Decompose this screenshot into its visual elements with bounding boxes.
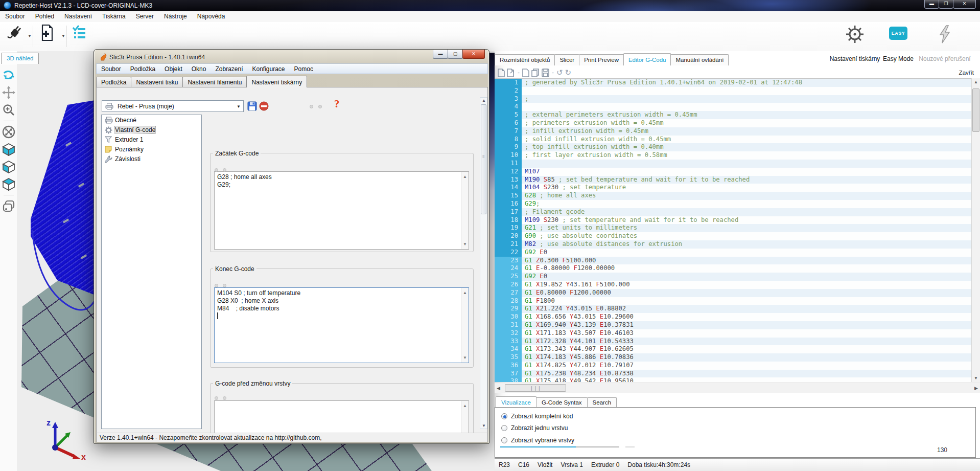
gcode-line[interactable]: 14M104 S230 ; set temperature <box>495 184 971 192</box>
upload-dropdown[interactable]: ▼ <box>61 34 65 38</box>
save-file-icon[interactable] <box>542 69 549 77</box>
radio-circle[interactable] <box>501 425 507 431</box>
page-icon[interactable] <box>522 69 529 77</box>
gcode-line[interactable]: 8; solid infill extrusion width = 0.45mm <box>495 136 971 144</box>
tree-item[interactable]: Poznámky <box>102 145 201 154</box>
tree-item[interactable]: Obecné <box>102 116 201 125</box>
gcode-line[interactable]: 27G1 E0.80000 F1200.00000 <box>495 289 971 297</box>
gcode-line[interactable]: 7; infill extrusion width = 0.45mm <box>495 127 971 136</box>
dialog-menu-objekt[interactable]: Objekt <box>160 64 187 73</box>
gcode-line[interactable]: 28G1 F1800 <box>495 297 971 305</box>
gcode-line[interactable]: 13M190 S85 ; set bed temperature and wai… <box>495 176 971 184</box>
dialog-minimize-button[interactable]: ▬ <box>433 50 448 59</box>
gcode-line[interactable]: 15G28 ; home all axes <box>495 192 971 200</box>
gcode-line[interactable]: 10; first layer extrusion width = 0.58mm <box>495 151 971 160</box>
dialog-tab[interactable]: Nastavení filamentu <box>182 77 247 87</box>
connect-dropdown[interactable]: ▼ <box>28 34 32 38</box>
menu-tiskárna[interactable]: Tiskárna <box>97 11 131 21</box>
gcode-line[interactable]: 25G92 E0 <box>495 273 971 281</box>
gcode-line[interactable]: 16G29; <box>495 200 971 208</box>
right-tab[interactable]: Manuální ovládání <box>670 54 729 65</box>
menu-nápověda[interactable]: Nápověda <box>192 11 230 21</box>
layer-slider[interactable] <box>500 446 576 447</box>
gcode-line[interactable]: 17; Filament gcode <box>495 208 971 216</box>
menu-server[interactable]: Server <box>131 11 159 21</box>
right-tab[interactable]: Editor G-Codu <box>623 53 671 65</box>
menu-nástroje[interactable]: Nástroje <box>159 11 192 21</box>
gcode-line[interactable]: 31G1 X169.940 Y43.139 E10.37831 <box>495 321 971 329</box>
gcode-line[interactable]: 29G1 X21.224 Y43.015 E0.88802 <box>495 305 971 313</box>
right-tab[interactable]: Rozmístění objektů <box>495 54 555 65</box>
gcode-textarea[interactable]: M104 S0 ; turn off temperature G28 X0 ; … <box>214 287 469 363</box>
dialog-menu-okno[interactable]: Okno <box>187 64 211 73</box>
radio-circle[interactable] <box>501 437 507 443</box>
tree-item[interactable]: Vlastní G-code <box>102 125 201 134</box>
menu-nastavení[interactable]: Nastavení <box>59 11 97 21</box>
printer-preset-select[interactable]: Rebel - Prusa (moje) ▼ <box>102 100 244 112</box>
move-view-icon[interactable] <box>2 86 15 99</box>
gcode-line[interactable]: 3; <box>495 95 971 103</box>
gcode-line[interactable]: 21M82 ; use absolute distances for extru… <box>495 240 971 249</box>
gcode-textarea[interactable]: ▲▼ <box>214 400 469 433</box>
gcode-line[interactable]: 23G1 Z0.300 F5100.000 <box>495 257 971 265</box>
dialog-menu-podložka[interactable]: Podložka <box>126 64 160 73</box>
gcode-line[interactable]: 11 <box>495 160 971 168</box>
sub-tab[interactable]: Search <box>587 397 617 407</box>
tree-item[interactable]: Závislosti <box>102 154 201 164</box>
help-button[interactable]: ? <box>334 98 340 110</box>
radio-option[interactable]: Zobrazit kompletní kód <box>501 413 573 421</box>
zoom-icon[interactable] <box>2 103 15 117</box>
isometric-view-icon[interactable] <box>2 143 15 156</box>
gcode-line[interactable]: 2 <box>495 87 971 95</box>
dialog-menu-konfigurace[interactable]: Konfigurace <box>247 64 289 73</box>
dialog-maximize-button[interactable]: ▢ <box>448 50 463 59</box>
gcode-line[interactable]: 19G21 ; set units to millimeters <box>495 224 971 232</box>
right-tab[interactable]: Slicer <box>554 54 579 65</box>
right-tab[interactable]: Print Preview <box>579 54 624 65</box>
gcode-line[interactable]: 38G1 X175.418 Y49.542 E10.95610 <box>495 377 971 382</box>
gcode-line[interactable]: 22G92 E0 <box>495 249 971 257</box>
gcode-line[interactable]: 5; external perimeters extrusion width =… <box>495 111 971 119</box>
radio-circle[interactable] <box>501 413 507 419</box>
dialog-menu-soubor[interactable]: Soubor <box>97 64 126 73</box>
connect-button[interactable]: Připojit <box>3 24 27 42</box>
gcode-line[interactable]: 35G1 X174.183 Y45.886 E10.70836 <box>495 353 971 362</box>
tree-item[interactable]: Extruder 1 <box>102 135 201 144</box>
view-tab[interactable]: 3D náhled <box>1 53 39 64</box>
gcode-line[interactable]: 12M107 <box>495 168 971 176</box>
textarea-scrollbar[interactable]: ▲▼ <box>461 172 469 249</box>
editor-hscrollbar[interactable]: ◀▶❘❘❘ <box>495 383 980 393</box>
save-preset-button[interactable] <box>247 101 257 111</box>
top-view-icon[interactable] <box>2 177 15 191</box>
gcode-line[interactable]: 9; top infill extrusion width = 0.40mm <box>495 143 971 151</box>
dialog-scrollbar[interactable]: ▲▼ ≡ <box>480 97 487 429</box>
gcode-line[interactable]: 30G1 X168.656 Y43.015 E10.29600 <box>495 313 971 321</box>
gcode-line[interactable]: 24G1 E-0.80000 F1200.00000 <box>495 264 971 273</box>
redo-icon[interactable]: ↻ <box>565 69 572 76</box>
gcode-editor[interactable]: 1; generated by Slic3r Prusa Edition 1.4… <box>495 78 971 382</box>
gcode-line[interactable]: 32G1 X171.183 Y43.507 E10.46103 <box>495 329 971 338</box>
sub-tab[interactable]: Vizualizace <box>496 396 536 407</box>
dialog-tab[interactable]: Nastavení tiskárny <box>246 76 307 87</box>
sub-tab[interactable]: G-Code Syntax <box>536 397 588 407</box>
dialog-close-button[interactable]: ✕ <box>462 50 485 59</box>
dialog-menu-pomoc[interactable]: Pomoc <box>290 64 318 73</box>
radio-option[interactable]: Zobrazit jednu vrstvu <box>501 424 568 433</box>
menu-pohled[interactable]: Pohled <box>30 11 59 21</box>
textarea-scrollbar[interactable]: ▲▼ <box>461 401 469 433</box>
gcode-line[interactable]: 1; generated by Slic3r Prusa Edition 1.4… <box>495 79 971 87</box>
gcode-line[interactable]: 6; perimeters extrusion width = 0.45mm <box>495 119 971 127</box>
gcode-line[interactable]: 34G1 X173.343 Y44.907 E10.62605 <box>495 345 971 353</box>
editor-vscrollbar[interactable]: ▲▼ <box>971 78 980 382</box>
gcode-line[interactable]: 4 <box>495 103 971 111</box>
dialog-menu-zobrazení[interactable]: Zobrazení <box>211 64 247 73</box>
open-file-icon[interactable] <box>507 69 515 77</box>
gcode-line[interactable]: 37G1 X175.238 Y48.234 E10.87338 <box>495 370 971 378</box>
dialog-tab[interactable]: Podložka <box>96 77 131 87</box>
gcode-textarea[interactable]: G28 ; home all axes G29;▲▼ <box>214 171 469 250</box>
objects-icon[interactable] <box>2 199 15 213</box>
menu-soubor[interactable]: Soubor <box>0 11 30 21</box>
undo-icon[interactable]: ↺ <box>556 69 563 76</box>
radio-option[interactable]: Zobrazit vybrané vrstvy <box>501 437 574 445</box>
gcode-line[interactable]: 33G1 X172.328 Y44.101 E10.54333 <box>495 338 971 346</box>
